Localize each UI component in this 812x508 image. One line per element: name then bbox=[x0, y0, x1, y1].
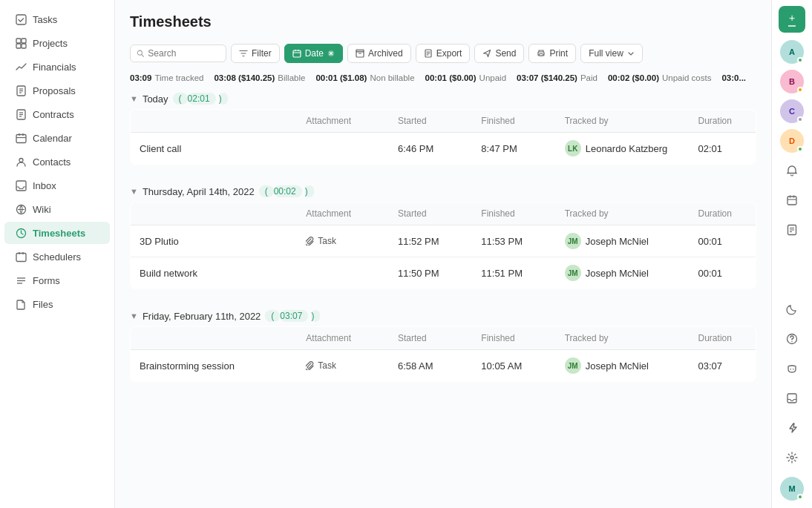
svg-rect-13 bbox=[16, 134, 26, 142]
avatar-user-1[interactable]: A bbox=[780, 40, 804, 64]
moon-button[interactable] bbox=[779, 296, 805, 323]
sidebar-item-tasks[interactable]: Tasks bbox=[4, 8, 110, 30]
calendar-right-button[interactable] bbox=[779, 187, 805, 214]
sidebar-item-schedulers[interactable]: Schedulers bbox=[4, 245, 110, 268]
avatar: JM bbox=[565, 233, 581, 249]
sidebar-item-financials[interactable]: Financials bbox=[4, 56, 110, 78]
avatar-user-4[interactable]: D bbox=[780, 129, 804, 153]
date-header-friday[interactable]: ▼ Friday, February 11th, 2022 (03:07) bbox=[130, 304, 756, 326]
mask-icon bbox=[786, 363, 798, 375]
toolbar: Filter Date Archived Export Send Print F… bbox=[115, 38, 771, 69]
task-name: Client call bbox=[131, 133, 298, 165]
bolt-button[interactable] bbox=[779, 415, 805, 441]
th-duration-today: Duration bbox=[690, 110, 756, 133]
notifications-button[interactable] bbox=[779, 157, 805, 184]
stat-billable: 03:08 ($140.25) Billable bbox=[214, 73, 305, 82]
svg-rect-4 bbox=[22, 44, 26, 48]
sidebar-item-wiki-label: Wiki bbox=[33, 204, 51, 215]
archived-button[interactable]: Archived bbox=[347, 44, 411, 63]
calendar-right-icon bbox=[786, 194, 798, 206]
sidebar-item-projects-label: Projects bbox=[33, 38, 68, 49]
date-label-friday: Friday, February 11th, 2022 bbox=[143, 311, 261, 322]
main-content: Timesheets Filter Date Archived Export S… bbox=[115, 0, 771, 508]
settings-button[interactable] bbox=[779, 444, 805, 471]
svg-point-27 bbox=[137, 50, 142, 55]
mask-button[interactable] bbox=[779, 355, 805, 382]
sidebar-item-contracts-label: Contracts bbox=[33, 109, 74, 120]
avatar-user-2[interactable]: B bbox=[780, 70, 804, 93]
th-attachment-thursday: Attachment bbox=[297, 202, 389, 225]
duration-cell: 03:07 bbox=[690, 350, 756, 382]
sidebar-item-contracts[interactable]: Contracts bbox=[4, 103, 110, 125]
svg-rect-2 bbox=[22, 39, 26, 43]
bolt-icon bbox=[786, 422, 798, 434]
add-minus-icon bbox=[788, 25, 796, 27]
proposals-icon bbox=[15, 85, 27, 96]
sidebar-item-projects[interactable]: Projects bbox=[4, 32, 110, 54]
sidebar-item-timesheets[interactable]: Timesheets bbox=[4, 222, 110, 244]
table-row: Build network 11:50 PM 11:51 PM JM Josep… bbox=[131, 257, 756, 289]
sidebar-item-contacts[interactable]: Contacts bbox=[4, 151, 110, 173]
attachment-icon bbox=[306, 361, 315, 370]
archived-icon bbox=[356, 49, 364, 58]
search-input[interactable] bbox=[148, 48, 220, 59]
date-duration-thursday: ( bbox=[259, 185, 274, 197]
attachment-cell bbox=[297, 133, 389, 165]
th-attachment-today: Attachment bbox=[297, 110, 389, 133]
date-badge-today: ( bbox=[173, 93, 188, 105]
sidebar-item-files[interactable]: Files bbox=[4, 293, 110, 315]
filter-icon bbox=[239, 49, 248, 58]
sidebar-item-calendar[interactable]: Calendar bbox=[4, 127, 110, 149]
task-name: Build network bbox=[131, 257, 298, 289]
inbox-icon bbox=[15, 179, 27, 191]
sidebar-item-wiki[interactable]: Wiki bbox=[4, 198, 110, 220]
th-entry-thursday bbox=[131, 202, 298, 225]
stat-non-billable: 00:01 ($1.08) Non billable bbox=[315, 73, 414, 82]
started-cell: 11:52 PM bbox=[389, 225, 472, 257]
sidebar-item-schedulers-label: Schedulers bbox=[33, 251, 81, 263]
filter-button[interactable]: Filter bbox=[231, 44, 280, 63]
print-icon bbox=[537, 49, 546, 58]
svg-point-17 bbox=[19, 158, 23, 162]
chevron-friday: ▼ bbox=[130, 311, 138, 320]
export-button[interactable]: Export bbox=[416, 44, 471, 63]
search-wrap[interactable] bbox=[130, 44, 226, 62]
page-header: Timesheets bbox=[115, 0, 771, 38]
date-header-thursday[interactable]: ▼ Thursday, April 14th, 2022 (00:02) bbox=[130, 179, 756, 202]
files-icon bbox=[15, 298, 27, 310]
settings-icon bbox=[786, 452, 798, 464]
stat-unpaid: 00:01 ($0.00) Unpaid bbox=[425, 73, 507, 82]
th-finished-friday: Finished bbox=[472, 327, 555, 350]
svg-rect-0 bbox=[16, 15, 26, 24]
status-dot-2 bbox=[797, 87, 803, 93]
inbox-right-button[interactable] bbox=[779, 385, 805, 412]
avatar-user-3[interactable]: C bbox=[780, 99, 804, 123]
sidebar-item-proposals[interactable]: Proposals bbox=[4, 79, 110, 102]
stat-unpaid-costs: 00:02 ($0.00) Unpaid costs bbox=[608, 73, 712, 82]
content-area: ▼ Today (02:01) Attachment Started Finis… bbox=[115, 87, 771, 508]
bell-icon bbox=[786, 165, 798, 177]
print-button[interactable]: Print bbox=[528, 44, 576, 63]
avatar-me[interactable]: M bbox=[780, 477, 804, 501]
time-table-friday: Attachment Started Finished Tracked by D… bbox=[130, 326, 756, 382]
add-button[interactable]: + bbox=[779, 6, 805, 33]
send-button[interactable]: Send bbox=[474, 44, 524, 63]
sidebar-item-forms[interactable]: Forms bbox=[4, 269, 110, 291]
full-view-button[interactable]: Full view bbox=[580, 44, 643, 63]
date-button[interactable]: Date bbox=[284, 44, 343, 63]
sidebar-item-forms-label: Forms bbox=[33, 275, 60, 286]
chevron-today: ▼ bbox=[130, 94, 138, 103]
date-header-today[interactable]: ▼ Today (02:01) bbox=[130, 87, 756, 109]
th-entry-today bbox=[131, 110, 298, 133]
th-started-friday: Started bbox=[389, 327, 472, 350]
help-button[interactable] bbox=[779, 326, 805, 352]
docs-button[interactable] bbox=[779, 217, 805, 243]
help-icon bbox=[786, 333, 798, 345]
svg-line-28 bbox=[142, 55, 144, 57]
svg-rect-44 bbox=[788, 197, 796, 205]
svg-rect-29 bbox=[293, 50, 301, 57]
sidebar-item-inbox[interactable]: Inbox bbox=[4, 174, 110, 197]
sidebar-item-financials-label: Financials bbox=[33, 62, 76, 73]
chevron-thursday: ▼ bbox=[130, 187, 138, 196]
sidebar-item-timesheets-label: Timesheets bbox=[33, 228, 85, 239]
